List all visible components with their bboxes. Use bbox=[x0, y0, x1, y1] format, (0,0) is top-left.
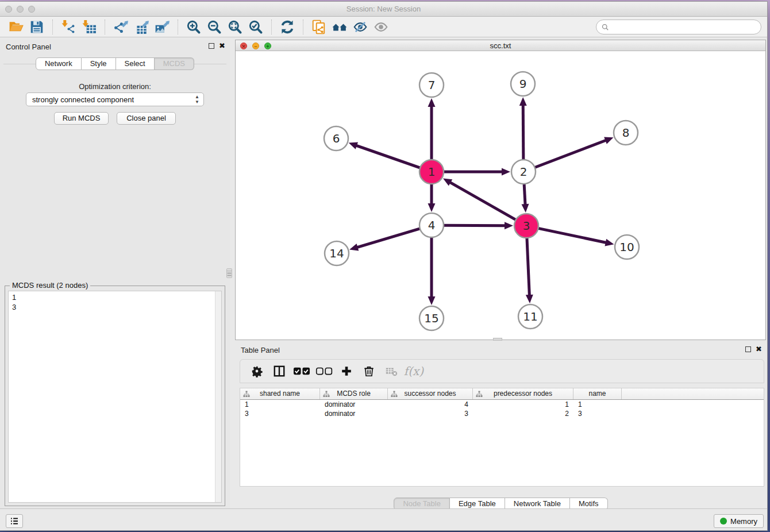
tab-network[interactable]: Network bbox=[36, 57, 82, 70]
refresh-view-button[interactable] bbox=[279, 19, 295, 35]
memory-status-icon bbox=[720, 518, 727, 525]
edge-4-14[interactable] bbox=[356, 229, 420, 248]
tab-style[interactable]: Style bbox=[82, 57, 116, 70]
memory-button[interactable]: Memory bbox=[714, 514, 764, 528]
splitter-grip[interactable] bbox=[226, 268, 232, 278]
cytoscape-app-window: Session: New Session Control Panel ✖ Net… bbox=[0, 1, 768, 531]
app-titlebar: Session: New Session bbox=[0, 2, 767, 17]
import-table-button[interactable] bbox=[81, 19, 97, 35]
tab-select[interactable]: Select bbox=[116, 57, 155, 70]
cell-MCDS-role[interactable]: dominator bbox=[320, 400, 388, 409]
mcds-result-text[interactable]: 13 bbox=[8, 291, 222, 503]
export-table-button[interactable] bbox=[133, 19, 149, 35]
control-panel-tabs: NetworkStyleSelectMCDS bbox=[0, 57, 230, 70]
close-table-panel-icon[interactable]: ✖ bbox=[756, 346, 762, 353]
toggle-columns-button[interactable] bbox=[271, 363, 288, 380]
cell-shared-name[interactable]: 1 bbox=[240, 400, 320, 409]
edge-3-11[interactable] bbox=[527, 238, 530, 296]
deselect-all-rows-button[interactable] bbox=[315, 363, 333, 380]
edge-2-8[interactable] bbox=[535, 140, 607, 167]
export-network-button[interactable] bbox=[113, 19, 129, 35]
panel-splitter[interactable] bbox=[230, 40, 235, 508]
table-settings-button[interactable] bbox=[248, 363, 265, 380]
table-row[interactable]: 1dominator411 bbox=[240, 400, 764, 409]
node-label-6: 6 bbox=[333, 132, 340, 145]
close-panel-icon[interactable]: ✖ bbox=[219, 43, 225, 49]
table-body: 1dominator4113dominator323 bbox=[240, 400, 764, 418]
home-view-button[interactable] bbox=[332, 19, 348, 35]
result-line: 1 bbox=[12, 292, 221, 302]
cell-predecessor-nodes[interactable]: 2 bbox=[473, 409, 573, 418]
column-header-MCDS-role[interactable]: MCDS role bbox=[320, 388, 388, 399]
table-panel-header: Table Panel ✖ bbox=[235, 343, 767, 357]
select-all-rows-button[interactable] bbox=[293, 363, 310, 380]
edge-3-10[interactable] bbox=[538, 228, 607, 242]
result-scrollbar[interactable] bbox=[215, 291, 221, 502]
zoom-out-button[interactable] bbox=[206, 19, 222, 35]
column-header-name[interactable]: name bbox=[573, 388, 622, 399]
cell-name[interactable]: 3 bbox=[573, 409, 622, 418]
table-header-row: shared nameMCDS rolesuccessor nodesprede… bbox=[240, 388, 764, 400]
edge-4-3[interactable] bbox=[444, 225, 506, 226]
hierarchy-icon bbox=[391, 391, 398, 398]
export-network-icon bbox=[113, 20, 128, 34]
horizontal-splitter-grip[interactable] bbox=[493, 338, 502, 341]
tab-mcds[interactable]: MCDS bbox=[155, 57, 194, 70]
node-label-8: 8 bbox=[622, 126, 630, 140]
edge-arrowhead bbox=[428, 296, 436, 305]
float-table-panel-icon[interactable] bbox=[745, 346, 751, 352]
cell-MCDS-role[interactable]: dominator bbox=[320, 409, 388, 418]
cell-name[interactable]: 1 bbox=[573, 400, 622, 409]
edge-arrowhead bbox=[519, 97, 527, 106]
edge-1-6[interactable] bbox=[355, 145, 420, 168]
column-header-predecessor-nodes[interactable]: predecessor nodes bbox=[473, 388, 573, 399]
dropdown-stepper-icon: ▲▼ bbox=[195, 94, 199, 105]
column-header-successor-nodes[interactable]: successor nodes bbox=[388, 388, 473, 399]
run-mcds-button[interactable]: Run MCDS bbox=[54, 112, 109, 125]
zoom-fit-button[interactable] bbox=[227, 19, 243, 35]
node-label-3: 3 bbox=[523, 219, 530, 233]
task-history-button[interactable] bbox=[6, 514, 23, 528]
table-row[interactable]: 3dominator323 bbox=[240, 409, 764, 418]
copy-network-button[interactable] bbox=[311, 19, 327, 35]
delete-column-button[interactable] bbox=[360, 363, 378, 380]
node-label-4: 4 bbox=[428, 218, 436, 232]
show-graphics-details-icon bbox=[374, 20, 388, 34]
export-image-button[interactable] bbox=[154, 19, 170, 35]
zoom-in-button[interactable] bbox=[186, 19, 202, 35]
edge-arrowhead bbox=[526, 295, 533, 303]
table-panel: Table Panel ✖ f(x) shared nameMCDS roles… bbox=[235, 343, 767, 508]
import-network-icon bbox=[61, 20, 76, 34]
open-session-button[interactable] bbox=[8, 19, 24, 35]
hide-graphics-details-icon bbox=[353, 20, 368, 34]
result-line: 3 bbox=[12, 302, 221, 312]
cell-successor-nodes[interactable]: 4 bbox=[388, 400, 473, 409]
column-label: name bbox=[588, 390, 606, 398]
network-graph-canvas[interactable]: 7968124314101511 bbox=[236, 51, 765, 340]
node-label-9: 9 bbox=[519, 77, 527, 91]
edge-2-9[interactable] bbox=[523, 104, 523, 160]
cell-predecessor-nodes[interactable]: 1 bbox=[473, 400, 573, 409]
cell-shared-name[interactable]: 3 bbox=[240, 409, 320, 418]
refresh-view-icon bbox=[280, 20, 295, 34]
toolbar-separator bbox=[52, 20, 53, 34]
close-panel-button[interactable]: Close panel bbox=[117, 112, 176, 125]
edge-3-1[interactable] bbox=[449, 182, 515, 219]
criterion-dropdown[interactable]: strongly connected component ▲▼ bbox=[26, 92, 204, 106]
search-box[interactable] bbox=[596, 20, 761, 34]
zoom-selected-button[interactable] bbox=[248, 19, 264, 35]
hide-graphics-details-button[interactable] bbox=[352, 19, 368, 35]
add-column-button[interactable] bbox=[338, 363, 355, 380]
hierarchy-icon bbox=[243, 391, 250, 398]
import-table-icon bbox=[82, 20, 97, 34]
cell-successor-nodes[interactable]: 3 bbox=[388, 409, 473, 418]
float-panel-icon[interactable] bbox=[209, 43, 214, 49]
zoom-selected-icon bbox=[248, 20, 263, 34]
column-header-shared-name[interactable]: shared name bbox=[240, 388, 320, 399]
function-builder-button: f(x) bbox=[405, 363, 422, 380]
edge-2-3[interactable] bbox=[524, 184, 525, 206]
save-session-button[interactable] bbox=[29, 19, 45, 35]
node-label-7: 7 bbox=[428, 78, 436, 92]
import-network-button[interactable] bbox=[60, 19, 76, 35]
search-input[interactable] bbox=[610, 21, 761, 33]
